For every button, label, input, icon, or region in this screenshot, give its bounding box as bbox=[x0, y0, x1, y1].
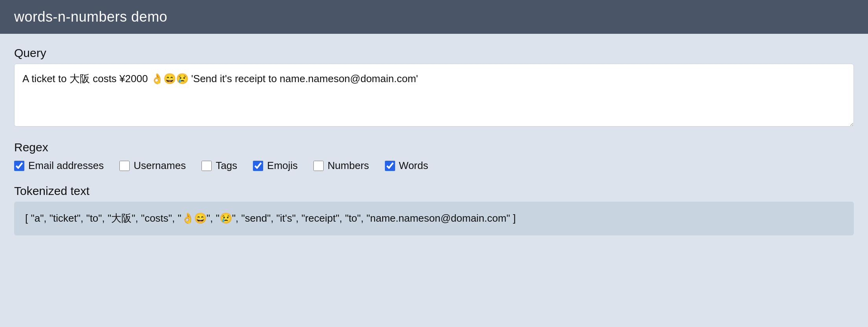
checkbox-emojis-label: Emojis bbox=[267, 160, 298, 172]
query-section: Query A ticket to 大阪 costs ¥2000 👌😄😢 'Se… bbox=[14, 46, 854, 128]
regex-label: Regex bbox=[14, 141, 854, 154]
checkbox-tags-input[interactable] bbox=[201, 161, 212, 171]
checkbox-words[interactable]: Words bbox=[385, 160, 429, 172]
checkbox-usernames[interactable]: Usernames bbox=[119, 160, 186, 172]
regex-checkboxes-row: Email addresses Usernames Tags Emojis Nu… bbox=[14, 160, 854, 172]
checkbox-emojis[interactable]: Emojis bbox=[253, 160, 298, 172]
query-textarea[interactable]: A ticket to 大阪 costs ¥2000 👌😄😢 'Send it'… bbox=[14, 64, 854, 127]
checkbox-tags-label: Tags bbox=[216, 160, 237, 172]
checkbox-email-label: Email addresses bbox=[28, 160, 104, 172]
header: words-n-numbers demo bbox=[0, 0, 868, 34]
app-title: words-n-numbers demo bbox=[14, 9, 167, 25]
checkbox-emojis-input[interactable] bbox=[253, 161, 263, 171]
checkbox-numbers[interactable]: Numbers bbox=[313, 160, 369, 172]
checkbox-email-input[interactable] bbox=[14, 161, 24, 171]
tokenized-label: Tokenized text bbox=[14, 184, 854, 198]
checkbox-email[interactable]: Email addresses bbox=[14, 160, 104, 172]
checkbox-numbers-input[interactable] bbox=[313, 161, 324, 171]
checkbox-words-label: Words bbox=[399, 160, 429, 172]
regex-section: Regex bbox=[14, 141, 854, 154]
query-label: Query bbox=[14, 46, 854, 60]
checkbox-usernames-label: Usernames bbox=[134, 160, 186, 172]
checkbox-tags[interactable]: Tags bbox=[201, 160, 237, 172]
main-content: Query A ticket to 大阪 costs ¥2000 👌😄😢 'Se… bbox=[0, 34, 868, 248]
tokenized-output: [ "a", "ticket", "to", "大阪", "costs", "👌… bbox=[14, 202, 854, 235]
checkbox-usernames-input[interactable] bbox=[119, 161, 130, 171]
checkbox-numbers-label: Numbers bbox=[328, 160, 369, 172]
checkbox-words-input[interactable] bbox=[385, 161, 395, 171]
tokenized-section: Tokenized text [ "a", "ticket", "to", "大… bbox=[14, 184, 854, 235]
